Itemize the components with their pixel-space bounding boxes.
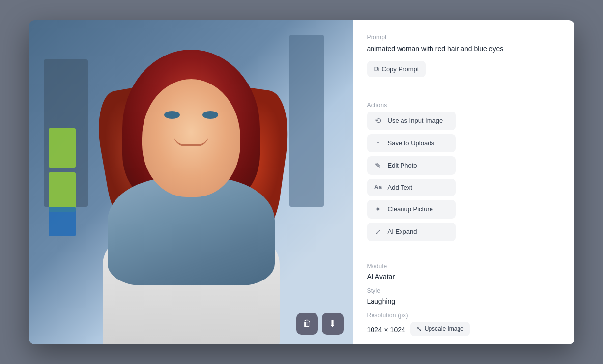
ai-expand-button[interactable]: ⤢ AI Expand <box>367 223 456 241</box>
image-panel: 🗑 ⬇ <box>29 20 353 344</box>
download-button[interactable]: ⬇ <box>322 313 344 335</box>
resolution-value: 1024 × 1024 <box>367 326 405 334</box>
cleanup-picture-label: Cleanup Picture <box>388 205 433 213</box>
upscale-icon: ⤡ <box>416 325 422 333</box>
image-action-buttons: 🗑 ⬇ <box>296 313 344 335</box>
edit-photo-label: Edit Photo <box>388 162 417 169</box>
copy-prompt-button[interactable]: ⧉ Copy Prompt <box>367 61 426 77</box>
blue-accent <box>49 207 76 236</box>
copy-icon: ⧉ <box>374 65 379 73</box>
module-value: AI Avatar <box>367 273 561 280</box>
green-accent-2 <box>49 172 76 212</box>
save-to-uploads-icon: ↑ <box>374 139 383 147</box>
download-icon: ⬇ <box>329 318 336 329</box>
eye-left <box>164 111 180 119</box>
cleanup-picture-icon: ✦ <box>374 205 383 214</box>
add-text-button[interactable]: Aa Add Text <box>367 179 456 196</box>
upscale-label: Upscale Image <box>425 325 464 332</box>
actions-label: Actions <box>367 102 561 109</box>
add-text-label: Add Text <box>388 184 412 191</box>
module-section: Module AI Avatar <box>367 263 561 280</box>
use-as-input-icon: ⟲ <box>374 116 383 125</box>
ai-expand-icon: ⤢ <box>374 227 383 236</box>
style-label: Style <box>367 287 561 294</box>
created-label: Created On <box>367 343 561 344</box>
edit-photo-button[interactable]: ✎ Edit Photo <box>367 156 456 175</box>
copy-prompt-label: Copy Prompt <box>382 65 419 73</box>
prompt-text: animated woman with red hair and blue ey… <box>367 44 561 54</box>
prompt-label: Prompt <box>367 34 561 41</box>
resolution-section: Resolution (px) 1024 × 1024 ⤡ Upscale Im… <box>367 312 561 336</box>
resolution-label: Resolution (px) <box>367 312 561 319</box>
add-text-icon: Aa <box>374 184 383 191</box>
save-to-uploads-button[interactable]: ↑ Save to Uploads <box>367 134 456 152</box>
delete-button[interactable]: 🗑 <box>296 313 318 335</box>
use-as-input-label: Use as Input Image <box>388 117 443 124</box>
person-figure <box>88 40 294 344</box>
building-right <box>289 35 324 207</box>
actions-section: Actions ⟲ Use as Input Image ↑ Save to U… <box>367 102 561 245</box>
style-section: Style Laughing <box>367 287 561 305</box>
prompt-section: Prompt animated woman with red hair and … <box>367 34 561 77</box>
upscale-image-button[interactable]: ⤡ Upscale Image <box>410 322 470 336</box>
info-panel: Prompt animated woman with red hair and … <box>353 20 574 344</box>
cleanup-picture-button[interactable]: ✦ Cleanup Picture <box>367 200 456 219</box>
module-label: Module <box>367 263 561 270</box>
green-accent-1 <box>49 128 76 168</box>
eye-right <box>202 111 218 119</box>
save-to-uploads-label: Save to Uploads <box>388 140 434 147</box>
style-value: Laughing <box>367 297 561 305</box>
use-as-input-button[interactable]: ⟲ Use as Input Image <box>367 112 456 130</box>
ai-expand-label: AI Expand <box>388 228 417 235</box>
edit-photo-icon: ✎ <box>374 161 383 170</box>
created-section: Created On January 23, 2025 <box>367 343 561 344</box>
mouth <box>174 136 208 146</box>
resolution-row: 1024 × 1024 ⤡ Upscale Image <box>367 322 561 336</box>
trash-icon: 🗑 <box>303 318 312 329</box>
